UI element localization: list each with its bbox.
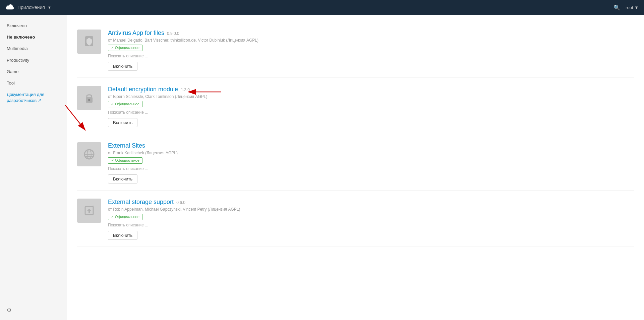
app-title[interactable]: Приложения <box>17 5 45 10</box>
external-sites-enable-button[interactable]: Включить <box>108 174 137 183</box>
encryption-version: 1.3.0 <box>181 88 190 92</box>
antivirus-author: от Manuel Delgado, Bart Visscher, thinks… <box>108 38 634 43</box>
user-menu[interactable]: root ▼ <box>626 5 639 10</box>
external-storage-version: 0.6.0 <box>176 200 185 205</box>
external-sites-author: от Frank Karlitschek (Лицензия AGPL) <box>108 151 634 155</box>
topnav-left: Приложения ▼ <box>5 3 51 12</box>
external-sites-title-row: External Sites <box>108 142 634 149</box>
external-sites-info: External Sites от Frank Karlitschek (Лиц… <box>108 142 634 183</box>
username-label: root <box>626 5 633 10</box>
encryption-enable-button[interactable]: Включить <box>108 118 137 127</box>
encryption-title-row: Default encryption module 1.3.0 <box>108 86 634 93</box>
sidebar-item-devdocs[interactable]: Документация для разработчиков ↗ <box>0 89 67 106</box>
sidebar-item-multimedia[interactable]: Multimedia <box>0 43 67 54</box>
antivirus-enable-button[interactable]: Включить <box>108 62 137 71</box>
external-storage-title-row: External storage support 0.6.0 <box>108 199 634 206</box>
encryption-icon <box>77 86 101 110</box>
app-card-external-sites: External Sites от Frank Karlitschek (Лиц… <box>77 134 634 191</box>
settings-icon[interactable]: ⚙ <box>7 307 11 313</box>
antivirus-show-description[interactable]: Показать описание ... <box>108 54 634 58</box>
svg-point-2 <box>88 99 90 101</box>
main-layout: Включено Не включено Multimedia Producti… <box>0 15 644 320</box>
app-title-arrow[interactable]: ▼ <box>48 5 51 9</box>
encryption-info: Default encryption module 1.3.0 от Bjoer… <box>108 86 634 127</box>
search-icon[interactable]: 🔍 <box>613 4 620 11</box>
antivirus-official-badge: ✓ Официальное <box>108 45 142 51</box>
sidebar-item-game[interactable]: Game <box>0 66 67 77</box>
external-storage-icon <box>77 199 101 223</box>
sidebar-item-tool[interactable]: Tool <box>0 77 67 89</box>
encryption-name: Default encryption module <box>108 86 178 93</box>
external-storage-info: External storage support 0.6.0 от Robin … <box>108 199 634 240</box>
antivirus-version: 0.9.0.0 <box>167 31 179 36</box>
antivirus-name: Antivirus App for files <box>108 30 164 37</box>
antivirus-icon <box>77 30 101 54</box>
external-storage-author: от Robin Appelman, Michael Gapczynski, V… <box>108 207 634 212</box>
encryption-show-description[interactable]: Показать описание ... <box>108 110 634 115</box>
sidebar-item-disabled[interactable]: Не включено <box>0 32 67 43</box>
app-card-external-storage: External storage support 0.6.0 от Robin … <box>77 191 634 247</box>
encryption-author: от Bjoern Schiessle, Clark Tomlinson (Ли… <box>108 94 634 99</box>
sidebar: Включено Не включено Multimedia Producti… <box>0 15 67 320</box>
external-sites-name: External Sites <box>108 142 145 149</box>
main-content: Antivirus App for files 0.9.0.0 от Manue… <box>67 15 644 320</box>
app-card-encryption: Default encryption module 1.3.0 от Bjoer… <box>77 78 634 134</box>
sidebar-item-enabled[interactable]: Включено <box>0 20 67 32</box>
app-card-antivirus: Antivirus App for files 0.9.0.0 от Manue… <box>77 21 634 78</box>
encryption-official-badge: ✓ Официальное <box>108 101 142 107</box>
sidebar-item-productivity[interactable]: Productivity <box>0 55 67 66</box>
topnav-right: 🔍 root ▼ <box>613 4 639 11</box>
cloud-logo-icon[interactable] <box>5 3 15 12</box>
antivirus-info: Antivirus App for files 0.9.0.0 от Manue… <box>108 30 634 71</box>
top-navbar: Приложения ▼ 🔍 root ▼ <box>0 0 644 15</box>
external-storage-name: External storage support <box>108 199 174 206</box>
external-storage-official-badge: ✓ Официальное <box>108 214 142 220</box>
external-storage-show-description[interactable]: Показать описание ... <box>108 223 634 227</box>
external-storage-enable-button[interactable]: Включить <box>108 231 137 240</box>
user-dropdown-arrow[interactable]: ▼ <box>634 5 639 10</box>
external-sites-icon <box>77 142 101 166</box>
external-sites-official-badge: ✓ Официальное <box>108 157 142 164</box>
antivirus-title-row: Antivirus App for files 0.9.0.0 <box>108 30 634 37</box>
external-sites-show-description[interactable]: Показать описание ... <box>108 166 634 171</box>
